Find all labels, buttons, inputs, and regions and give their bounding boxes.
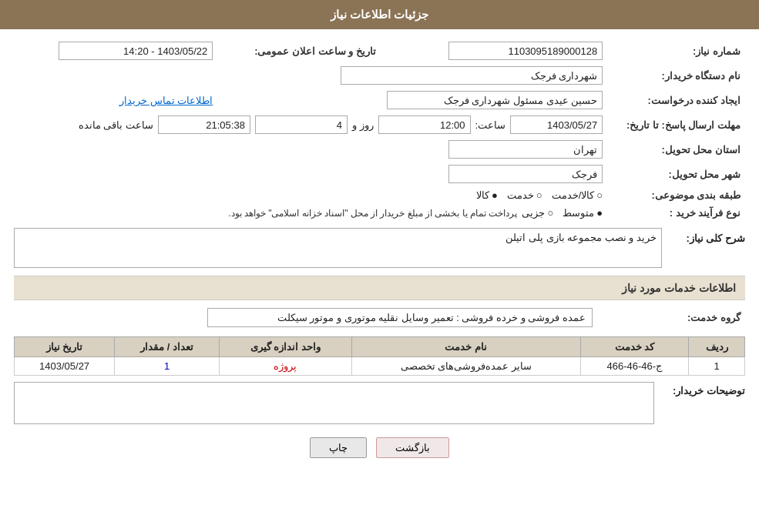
buyer-org-value: شهرداری فرجک — [14, 63, 607, 88]
services-table: ردیف کد خدمت نام خدمت واحد اندازه گیری ت… — [14, 336, 745, 376]
cell-unit: پروژه — [220, 357, 352, 376]
announce-date-value: 1403/05/22 - 14:20 — [14, 38, 217, 63]
cell-service-code: ج-46-46-466 — [580, 357, 689, 376]
service-group-label: گروه خدمت: — [597, 305, 745, 330]
send-date-label: مهلت ارسال پاسخ: تا تاریخ: — [607, 112, 745, 137]
announce-date-label: تاریخ و ساعت اعلان عمومی: — [217, 38, 381, 63]
print-button[interactable]: چاپ — [310, 437, 367, 458]
announce-date-input: 1403/05/22 - 14:20 — [59, 42, 213, 60]
buyer-notes-textarea[interactable] — [14, 382, 654, 424]
category-label: طبقه بندی موضوعی: — [607, 186, 745, 204]
category-option-kala[interactable]: ● کالا — [476, 189, 498, 201]
col-count: تعداد / مقدار — [115, 337, 220, 357]
creator-value: حسین عیدی مسئول شهرداری فرجک — [217, 88, 607, 112]
send-time-label: ساعت: — [475, 119, 506, 131]
page-header: جزئیات اطلاعات نیاز — [0, 0, 759, 29]
category-option-label: خدمت — [507, 189, 534, 201]
buyer-notes-label: توضیحات خریدار: — [660, 382, 745, 396]
creator-input: حسین عیدی مسئول شهرداری فرجک — [387, 91, 603, 109]
col-service-name: نام خدمت — [351, 337, 580, 357]
send-days-label: روز و — [352, 119, 374, 131]
desc-area: خرید و نصب مجموعه بازی پلی اتیلن — [14, 228, 662, 268]
send-days-input: 4 — [255, 115, 348, 134]
radio-icon: ○ — [536, 189, 542, 201]
back-button[interactable]: بازگشت — [376, 437, 449, 458]
need-number-input: 1103095189000128 — [448, 42, 603, 60]
bottom-buttons: بازگشت چاپ — [14, 437, 745, 458]
buyer-org-label: نام دستگاه خریدار: — [607, 63, 745, 88]
description-section: شرح کلی نیاز: خرید و نصب مجموعه بازی پلی… — [14, 228, 745, 268]
service-group-table: گروه خدمت: عمده فروشی و خرده فروشی : تعم… — [14, 305, 745, 330]
cell-count: 1 — [115, 357, 220, 376]
table-row: 1 ج-46-46-466 سایر عمده‌فروشی‌های تخصصی … — [15, 357, 745, 376]
process-option-jozii[interactable]: ○ جزیی — [522, 207, 553, 219]
city-label: شهر محل تحویل: — [607, 162, 745, 186]
desc-label: شرح کلی نیاز: — [668, 228, 745, 244]
need-number-label: شماره نیاز: — [607, 38, 745, 63]
creator-label: ایجاد کننده درخواست: — [607, 88, 745, 112]
category-option-label: کالا/خدمت — [552, 189, 595, 201]
desc-value: خرید و نصب مجموعه بازی پلی اتیلن — [505, 232, 657, 243]
main-info-table: شماره نیاز: 1103095189000128 تاریخ و ساع… — [14, 38, 745, 222]
cell-service-name: سایر عمده‌فروشی‌های تخصصی — [351, 357, 580, 376]
category-option-kala-khadamat[interactable]: ○ کالا/خدمت — [552, 189, 603, 201]
buyer-notes-section: توضیحات خریدار: — [14, 382, 745, 427]
col-service-code: کد خدمت — [580, 337, 689, 357]
process-label: نوع فرآیند خرید : — [607, 204, 745, 222]
col-row-num: ردیف — [689, 337, 745, 357]
process-option-label: متوسط — [563, 207, 594, 219]
creator-contact-link[interactable]: اطلاعات تماس خریدار — [119, 95, 213, 106]
send-date-input: 1403/05/27 — [510, 115, 603, 134]
radio-icon: ○ — [547, 207, 553, 219]
remaining-label: ساعت باقی مانده — [79, 119, 153, 131]
send-time-input: 12:00 — [378, 115, 471, 134]
col-unit: واحد اندازه گیری — [220, 337, 352, 357]
category-option-khadamat[interactable]: ○ خدمت — [507, 189, 542, 201]
col-date: تاریخ نیاز — [15, 337, 115, 357]
buyer-notes-area — [14, 382, 654, 427]
need-number-value: 1103095189000128 — [404, 38, 607, 63]
province-label: استان محل تحویل: — [607, 137, 745, 162]
remaining-time-input: 21:05:38 — [158, 115, 250, 134]
cell-date: 1403/05/27 — [15, 357, 115, 376]
radio-icon: ● — [492, 189, 498, 201]
category-option-label: کالا — [476, 189, 489, 201]
buyer-org-input: شهرداری فرجک — [341, 66, 603, 85]
service-group-value: عمده فروشی و خرده فروشی : تعمیر وسایل نق… — [207, 308, 593, 327]
process-radio-group: ● متوسط ○ جزیی — [522, 207, 603, 219]
services-section-header: اطلاعات خدمات مورد نیاز — [14, 276, 745, 300]
process-option-label: جزیی — [522, 207, 545, 219]
radio-icon: ○ — [596, 189, 603, 201]
category-radio-group: ○ کالا/خدمت ○ خدمت ● کالا — [18, 189, 603, 201]
radio-icon: ● — [596, 207, 603, 219]
province-input: تهران — [448, 140, 603, 159]
process-note: پرداخت تمام یا بخشی از مبلغ خریدار از مح… — [228, 208, 517, 219]
process-option-motawaset[interactable]: ● متوسط — [563, 207, 603, 219]
city-input: فرجک — [448, 165, 603, 183]
cell-row-num: 1 — [689, 357, 745, 376]
